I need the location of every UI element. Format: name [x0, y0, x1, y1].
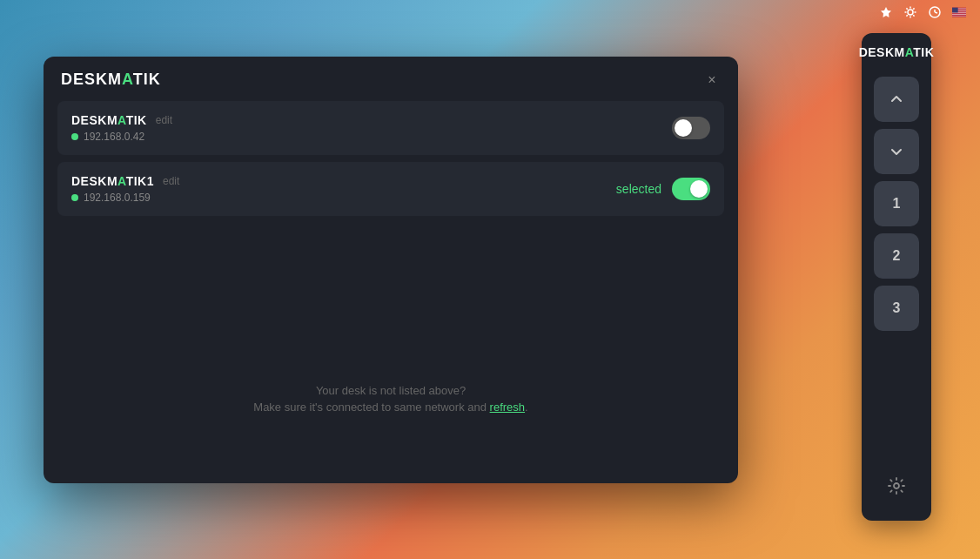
- menu-bar: [865, 0, 980, 24]
- panel-down-button[interactable]: [874, 129, 919, 174]
- device-info-1: DESKMATIK edit 192.168.0.42: [71, 113, 172, 143]
- toggle-thumb-1: [675, 119, 692, 137]
- panel-btn-2[interactable]: 2: [874, 233, 919, 279]
- device-right-2: selected: [616, 178, 710, 200]
- modal-logo: DESKMATIK: [61, 71, 161, 89]
- device-edit-1[interactable]: edit: [156, 114, 172, 126]
- hint-line1: Your desk is not listed above?: [44, 384, 738, 397]
- device-name-2: DESKMATIK1: [71, 174, 154, 188]
- brightness-icon[interactable]: [903, 5, 917, 19]
- panel-btn-3[interactable]: 3: [874, 286, 919, 331]
- device-name-row-2: DESKMATIK1 edit: [71, 174, 179, 188]
- device-toggle-2[interactable]: [672, 178, 710, 200]
- notification-icon[interactable]: [879, 5, 893, 19]
- device-ip-row-2: 192.168.0.159: [71, 192, 179, 204]
- ip-dot-2: [71, 194, 78, 201]
- main-modal: DESKMATIK × DESKMATIK edit 192.168.0.42: [44, 57, 738, 483]
- panel-up-button[interactable]: [874, 77, 919, 122]
- modal-header: DESKMATIK ×: [44, 57, 738, 101]
- svg-line-7: [913, 15, 914, 16]
- side-panel-logo: DESKMATIK: [852, 45, 942, 59]
- svg-rect-19: [952, 13, 966, 14]
- svg-line-8: [913, 8, 914, 9]
- flag-icon[interactable]: [952, 5, 966, 19]
- device-ip-2: 192.168.0.159: [84, 192, 151, 204]
- svg-point-25: [894, 483, 899, 488]
- hint-line2-before: Make sure it's connected to same network…: [253, 401, 489, 414]
- device-toggle-1[interactable]: [672, 117, 710, 139]
- panel-btn-3-label: 3: [893, 300, 901, 316]
- device-ip-1: 192.168.0.42: [84, 131, 144, 143]
- svg-line-12: [935, 12, 937, 13]
- svg-rect-24: [952, 8, 958, 13]
- hint-line2: Make sure it's connected to same network…: [44, 401, 738, 414]
- svg-point-1: [908, 10, 913, 15]
- svg-rect-20: [952, 14, 966, 15]
- side-panel: DESKMATIK 1 2 3: [862, 33, 931, 521]
- svg-line-6: [906, 8, 907, 9]
- panel-btn-1-label: 1: [893, 196, 901, 212]
- selected-label: selected: [616, 182, 661, 196]
- panel-btn-1[interactable]: 1: [874, 181, 919, 226]
- svg-line-9: [906, 15, 907, 16]
- panel-btn-2-label: 2: [893, 248, 901, 264]
- svg-rect-21: [952, 15, 966, 16]
- modal-close-button[interactable]: ×: [703, 71, 721, 89]
- hint-refresh-link[interactable]: refresh: [490, 401, 525, 414]
- device-edit-2[interactable]: edit: [163, 175, 179, 187]
- device-info-2: DESKMATIK1 edit 192.168.0.159: [71, 174, 179, 204]
- device-list: DESKMATIK edit 192.168.0.42 DESKMATIK1: [44, 101, 738, 216]
- panel-settings-button[interactable]: [874, 463, 919, 508]
- svg-marker-0: [881, 7, 891, 17]
- device-ip-row-1: 192.168.0.42: [71, 131, 172, 143]
- svg-rect-23: [952, 17, 966, 17]
- device-item-1: DESKMATIK edit 192.168.0.42: [57, 101, 724, 155]
- clock-icon[interactable]: [928, 5, 942, 19]
- toggle-thumb-2: [690, 180, 708, 198]
- device-item-2: DESKMATIK1 edit 192.168.0.159 selected: [57, 162, 724, 216]
- device-right-1: [672, 117, 710, 139]
- device-name-row-1: DESKMATIK edit: [71, 113, 172, 127]
- hint-section: Your desk is not listed above? Make sure…: [44, 384, 738, 414]
- device-name-1: DESKMATIK: [71, 113, 147, 127]
- hint-line2-after: .: [525, 401, 528, 414]
- modal-logo-text: DESKMATIK: [61, 71, 161, 89]
- ip-dot-1: [71, 133, 78, 140]
